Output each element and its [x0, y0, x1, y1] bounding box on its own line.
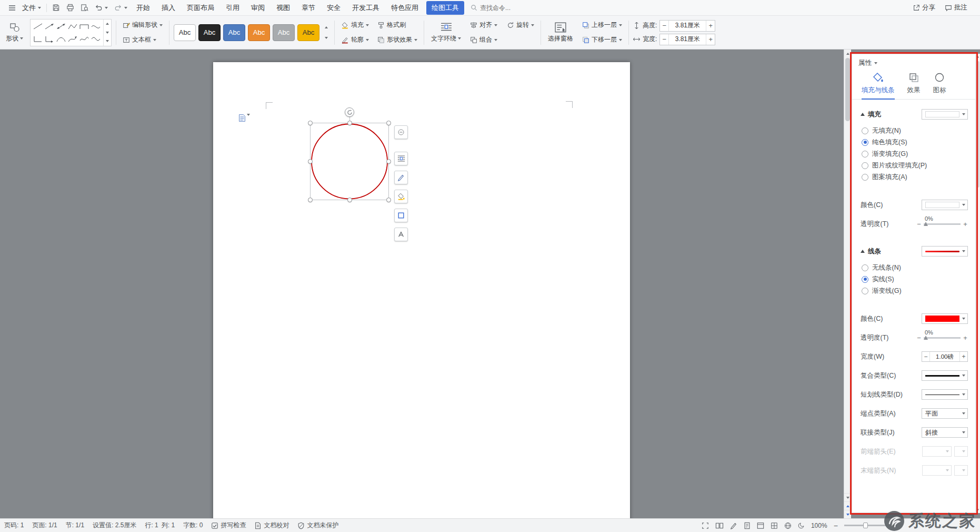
print-button[interactable] [63, 2, 77, 14]
tab-icon[interactable]: 图标 [933, 72, 946, 99]
tab-view[interactable]: 视图 [271, 1, 296, 15]
slider-track[interactable]: 0% [924, 337, 961, 339]
fill-color-quick-dropdown[interactable] [922, 109, 968, 120]
shape-double-arrow-icon[interactable] [56, 23, 66, 30]
command-search[interactable] [471, 4, 538, 12]
grid-view-icon[interactable] [771, 522, 778, 529]
fit-screen-icon[interactable] [702, 522, 709, 529]
selection-pane-button[interactable]: 选择窗格 [545, 18, 576, 47]
shapes-button[interactable]: 形状 [3, 18, 26, 47]
tab-developer[interactable]: 开发工具 [346, 1, 385, 15]
style-preset-5[interactable]: Abc [273, 24, 295, 41]
width-decrease-button[interactable]: − [660, 34, 669, 45]
style-scroll-up[interactable] [322, 22, 330, 33]
tab-special-apps[interactable]: 特色应用 [385, 1, 424, 15]
shape-polyline-icon[interactable] [67, 23, 78, 30]
ink-pen-icon[interactable] [730, 522, 737, 529]
comment-button[interactable]: 批注 [942, 2, 971, 14]
shape-connector-arrow-icon[interactable] [44, 35, 55, 43]
height-decrease-button[interactable]: − [660, 21, 669, 31]
text-wrap-button[interactable]: 文字环绕 [428, 18, 464, 47]
compound-type-dropdown[interactable] [922, 370, 968, 381]
style-preset-2[interactable]: Abc [198, 24, 221, 41]
print-layout-icon[interactable] [744, 522, 751, 529]
tab-insert[interactable]: 插入 [156, 1, 181, 15]
document-page[interactable] [213, 62, 630, 518]
transparency-increase-button[interactable]: + [963, 334, 968, 342]
radio-icon[interactable] [862, 162, 868, 169]
zoom-value[interactable]: 100% [811, 522, 827, 529]
document-scrollbar[interactable] [844, 50, 851, 518]
format-painter-button[interactable]: 格式刷 [375, 19, 419, 32]
shape-curve-arrow-icon[interactable] [67, 35, 78, 43]
collapse-toolbar-button[interactable] [394, 125, 408, 139]
join-type-dropdown[interactable]: 斜接 [922, 427, 968, 438]
scroll-down-button[interactable] [844, 493, 851, 501]
shape-line-icon[interactable] [33, 23, 43, 30]
tab-home[interactable]: 开始 [131, 1, 156, 15]
gallery-scroll-up[interactable] [104, 19, 111, 28]
end-arrow-style-dropdown[interactable] [922, 465, 952, 476]
fill-none-option[interactable]: 无填充(N) [862, 125, 968, 136]
panel-scroll-thumb[interactable] [976, 61, 979, 188]
share-button[interactable]: 分享 [909, 2, 938, 14]
panel-scroll-up[interactable] [976, 54, 980, 60]
gallery-more-button[interactable] [104, 37, 111, 46]
height-value[interactable]: 3.81厘米 [669, 21, 706, 30]
edit-shape-button[interactable]: 编辑形状 [121, 19, 165, 32]
file-menu[interactable]: 文件 [19, 2, 44, 14]
radio-checked-icon[interactable] [862, 139, 868, 146]
width-decrease-button[interactable]: − [922, 352, 930, 361]
panel-title-row[interactable]: 属性 [852, 54, 975, 70]
resize-handle-ne[interactable] [386, 121, 391, 125]
shape-connector-icon[interactable] [33, 35, 43, 43]
rotation-handle[interactable] [345, 107, 354, 117]
text-style-button[interactable] [394, 228, 408, 241]
globe-icon[interactable] [784, 522, 792, 529]
width-increase-button[interactable]: + [706, 34, 715, 45]
cap-type-dropdown[interactable]: 平面 [922, 408, 968, 419]
status-word-count[interactable]: 字数: 0 [183, 521, 203, 530]
frame-style-button[interactable] [394, 209, 408, 222]
slider-thumb[interactable] [924, 336, 928, 340]
tab-security[interactable]: 安全 [321, 1, 346, 15]
line-section-header[interactable]: 线条 [861, 246, 968, 257]
style-preset-1[interactable]: Abc [174, 24, 196, 41]
width-value[interactable]: 3.81厘米 [669, 35, 706, 44]
web-layout-icon[interactable] [757, 522, 764, 529]
tab-effects[interactable]: 效果 [907, 72, 921, 99]
zoom-slider-thumb[interactable] [863, 523, 868, 528]
fill-gradient-option[interactable]: 渐变填充(G) [862, 148, 968, 160]
resize-handle-sw[interactable] [308, 198, 313, 202]
tab-review[interactable]: 审阅 [245, 1, 271, 15]
slider-track[interactable]: 0% [924, 223, 961, 225]
line-solid-option[interactable]: 实线(S) [862, 273, 968, 285]
status-page-number[interactable]: 页码: 1 [4, 521, 24, 530]
slider-thumb[interactable] [924, 222, 928, 226]
doc-protect-button[interactable]: 文档未保护 [297, 521, 338, 530]
spell-check-button[interactable]: 拼写检查 [211, 521, 246, 530]
line-style-quick-dropdown[interactable] [922, 246, 968, 257]
undo-button[interactable] [92, 2, 111, 14]
style-scroll-down[interactable] [322, 33, 330, 43]
previous-page-button[interactable] [844, 501, 851, 510]
transparency-decrease-button[interactable]: − [916, 220, 922, 228]
style-preset-4[interactable]: Abc [248, 24, 270, 41]
radio-icon[interactable] [862, 127, 868, 134]
object-anchor[interactable] [238, 114, 250, 122]
radio-checked-icon[interactable] [862, 276, 868, 283]
scrollbar-thumb[interactable] [845, 58, 850, 121]
tab-fill-and-line[interactable]: 填充与线条 [862, 72, 895, 100]
transparency-increase-button[interactable]: + [963, 220, 968, 228]
main-menu-icon[interactable] [5, 2, 19, 14]
outline-quick-button[interactable] [394, 171, 408, 184]
fill-section-header[interactable]: 填充 [861, 109, 968, 120]
zoom-out-button[interactable]: − [834, 521, 838, 530]
shape-elbow-icon[interactable] [79, 23, 89, 30]
resize-handle-w[interactable] [308, 159, 313, 164]
style-preset-6[interactable]: Abc [297, 24, 319, 41]
line-color-dropdown[interactable] [922, 313, 968, 324]
resize-handle-se[interactable] [386, 198, 391, 202]
selected-shape-ellipse[interactable] [310, 123, 389, 200]
scroll-up-button[interactable] [844, 50, 851, 57]
